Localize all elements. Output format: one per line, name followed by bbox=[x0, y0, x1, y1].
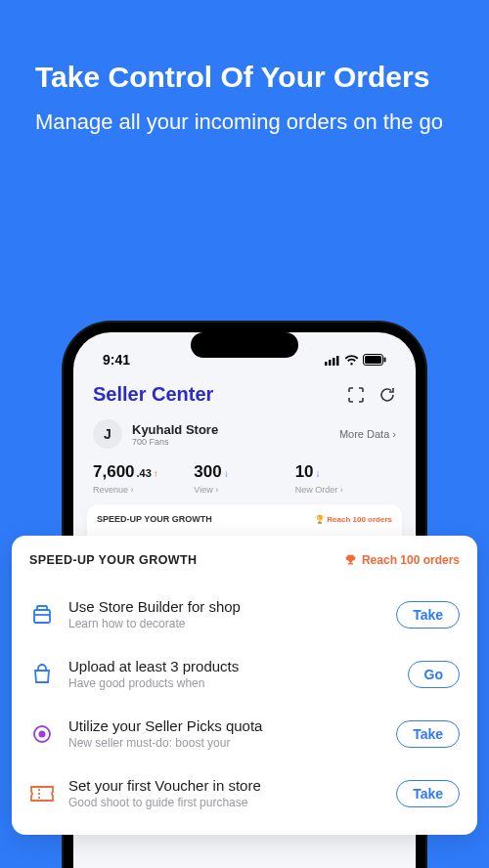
svg-rect-6 bbox=[384, 358, 386, 363]
stats-row: 7,600.43↑ Revenue › 300↓ View › 10↓ New … bbox=[91, 458, 398, 497]
store-name: Kyuhald Store bbox=[132, 422, 218, 437]
picks-icon bbox=[29, 721, 55, 747]
growth-task: Use Store Builder for shopLearn how to d… bbox=[29, 585, 460, 644]
arrow-down-icon: ↓ bbox=[316, 469, 321, 479]
growth-task: Upload at least 3 productsHave good prod… bbox=[29, 644, 460, 704]
task-cta-button[interactable]: Go bbox=[408, 661, 460, 688]
arrow-down-icon: ↓ bbox=[224, 469, 229, 479]
task-title: Upload at least 3 products bbox=[68, 658, 394, 674]
growth-task: Utilize your Seller Picks quotaNew selle… bbox=[29, 704, 460, 763]
status-time: 9:41 bbox=[103, 352, 130, 368]
svg-rect-5 bbox=[365, 356, 381, 364]
task-title: Use Store Builder for shop bbox=[68, 598, 382, 615]
reach-goal[interactable]: Reach 100 orders bbox=[344, 553, 460, 567]
stat-revenue[interactable]: 7,600.43↑ Revenue › bbox=[93, 462, 194, 495]
wifi-icon bbox=[344, 355, 359, 366]
svg-rect-2 bbox=[333, 358, 335, 366]
task-cta-button[interactable]: Take bbox=[396, 780, 460, 807]
task-subtitle: Good shoot to guide first purchase bbox=[68, 796, 382, 809]
task-cta-button[interactable]: Take bbox=[396, 720, 460, 748]
hero-subtitle: Manage all your incoming orders on the g… bbox=[35, 108, 454, 137]
stat-view[interactable]: 300↓ View › bbox=[194, 462, 294, 495]
hero-title: Take Control Of Your Orders bbox=[35, 59, 454, 96]
page-title: Seller Center bbox=[93, 383, 213, 406]
arrow-up-icon: ↑ bbox=[154, 469, 158, 479]
store-builder-icon bbox=[29, 602, 55, 628]
voucher-icon bbox=[29, 781, 55, 806]
task-cta-button[interactable]: Take bbox=[396, 601, 460, 629]
svg-rect-3 bbox=[336, 356, 339, 366]
svg-rect-0 bbox=[325, 362, 328, 366]
bag-icon bbox=[29, 662, 55, 687]
stat-new-order[interactable]: 10↓ New Order › bbox=[295, 462, 396, 495]
task-subtitle: Learn how to decorate bbox=[68, 617, 382, 630]
growth-card: SPEED-UP YOUR GROWTH Reach 100 orders Us… bbox=[12, 536, 477, 835]
phone-notch bbox=[191, 332, 298, 358]
growth-card-title: SPEED-UP YOUR GROWTH bbox=[29, 553, 197, 567]
svg-point-11 bbox=[39, 730, 46, 737]
signal-icon bbox=[325, 355, 340, 366]
task-subtitle: Have good products when bbox=[68, 676, 394, 690]
task-subtitle: New seller must-do: boost your bbox=[68, 736, 382, 750]
store-avatar[interactable]: J bbox=[93, 419, 122, 449]
store-fans: 700 Fans bbox=[132, 437, 218, 447]
battery-icon bbox=[363, 354, 386, 366]
svg-rect-1 bbox=[329, 360, 332, 366]
growth-task: Set your first Voucher in storeGood shoo… bbox=[29, 763, 460, 815]
task-title: Utilize your Seller Picks quota bbox=[68, 717, 382, 734]
trophy-icon: 🏆 bbox=[315, 515, 325, 524]
refresh-icon[interactable] bbox=[378, 386, 396, 404]
trophy-icon bbox=[344, 554, 357, 567]
more-data-link[interactable]: More Data › bbox=[339, 428, 396, 440]
svg-rect-7 bbox=[34, 610, 50, 623]
svg-rect-8 bbox=[37, 606, 47, 610]
task-title: Set your first Voucher in store bbox=[68, 777, 382, 794]
scan-icon[interactable] bbox=[347, 386, 365, 404]
